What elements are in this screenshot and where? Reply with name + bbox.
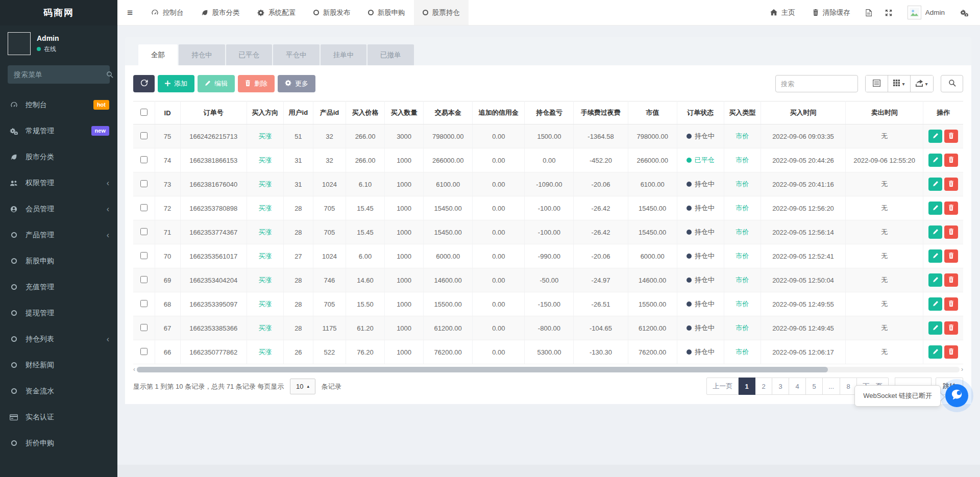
page-size-select[interactable]: 10▴ xyxy=(290,379,315,394)
row-edit-button[interactable] xyxy=(928,249,942,263)
tab-2[interactable]: 已平仓 xyxy=(226,44,273,65)
tab-1[interactable]: 持仓中 xyxy=(179,44,225,65)
topnav-item-0[interactable]: 控制台 xyxy=(142,0,192,25)
table-row[interactable]: 701662353561017买涨2710246.0010006000.000.… xyxy=(133,244,963,268)
row-delete-button[interactable] xyxy=(944,202,958,215)
topnav-item-3[interactable]: 新股发布 xyxy=(305,0,359,25)
sidebar-item-13[interactable]: 折价申购 xyxy=(0,430,117,456)
columns-button[interactable]: ▾ xyxy=(888,76,911,92)
sidebar-item-11[interactable]: 资金流水 xyxy=(0,378,117,404)
sidebar-item-9[interactable]: 持仓列表‹ xyxy=(0,326,117,352)
tab-4[interactable]: 挂单中 xyxy=(321,44,367,65)
tab-3[interactable]: 平仓中 xyxy=(273,44,320,65)
horizontal-scrollbar[interactable]: ‹ › xyxy=(133,366,963,373)
sidebar-item-10[interactable]: 财经新闻 xyxy=(0,352,117,378)
row-checkbox[interactable] xyxy=(140,252,148,259)
row-edit-button[interactable] xyxy=(928,202,942,215)
column-header[interactable]: 交易本金 xyxy=(424,102,473,124)
row-edit-button[interactable] xyxy=(928,297,942,311)
row-delete-button[interactable] xyxy=(944,154,958,167)
export-button[interactable]: ▾ xyxy=(911,76,933,92)
column-header[interactable]: 卖出时间 xyxy=(846,102,923,124)
fullscreen-button[interactable] xyxy=(878,0,899,25)
row-checkbox[interactable] xyxy=(140,348,148,355)
row-checkbox[interactable] xyxy=(140,180,148,187)
row-delete-button[interactable] xyxy=(944,178,958,191)
clear-cache-link[interactable]: 清除缓存 xyxy=(804,0,859,25)
settings-menu[interactable] xyxy=(953,0,975,25)
page-button-3[interactable]: 3 xyxy=(772,378,789,395)
row-delete-button[interactable] xyxy=(944,225,958,239)
table-row[interactable]: 671662353385366买涨28117561.20100061200.00… xyxy=(133,316,963,340)
column-header[interactable]: 市值 xyxy=(628,102,677,124)
column-header[interactable]: 订单号 xyxy=(180,102,247,124)
sidebar-item-1[interactable]: 常规管理new xyxy=(0,118,117,144)
row-checkbox[interactable] xyxy=(140,132,148,139)
hamburger-icon[interactable]: ≡ xyxy=(117,0,142,25)
refresh-button[interactable] xyxy=(133,75,155,92)
search-button[interactable] xyxy=(941,75,963,92)
sidebar-item-6[interactable]: 新股申购 xyxy=(0,248,117,274)
table-row[interactable]: 721662353780898买涨2870515.45100015450.000… xyxy=(133,196,963,220)
table-row[interactable]: 741662381866153买涨3132266.001000266000.00… xyxy=(133,148,963,172)
column-header[interactable]: 产品id xyxy=(313,102,346,124)
topnav-item-1[interactable]: 股市分类 xyxy=(192,0,249,25)
prev-page-button[interactable]: 上一页 xyxy=(706,378,739,395)
column-header[interactable]: 买入数量 xyxy=(385,102,424,124)
more-button[interactable]: 更多 xyxy=(278,75,315,92)
brand-logo[interactable]: 码商网 xyxy=(0,0,117,26)
page-button-...[interactable]: ... xyxy=(823,378,840,395)
row-edit-button[interactable] xyxy=(928,273,942,287)
column-header[interactable]: 用户id xyxy=(283,102,313,124)
scrollbar-thumb[interactable] xyxy=(137,367,828,372)
table-row[interactable]: 751662426215713买涨5132266.003000798000.00… xyxy=(133,124,963,148)
column-header[interactable]: 买入价格 xyxy=(346,102,384,124)
row-checkbox[interactable] xyxy=(140,300,148,307)
tab-5[interactable]: 已撤单 xyxy=(368,44,414,65)
page-button-2[interactable]: 2 xyxy=(755,378,772,395)
sidebar-item-4[interactable]: 会员管理‹ xyxy=(0,196,117,222)
row-delete-button[interactable] xyxy=(944,130,958,143)
table-row[interactable]: 691662353404204买涨2874614.60100014600.000… xyxy=(133,268,963,292)
sidebar-search-input[interactable] xyxy=(14,70,106,79)
column-header[interactable]: ID xyxy=(155,102,180,124)
row-checkbox[interactable] xyxy=(140,276,148,283)
topnav-item-5[interactable]: 股票持仓 xyxy=(414,0,469,25)
sidebar-item-3[interactable]: 权限管理‹ xyxy=(0,170,117,196)
row-edit-button[interactable] xyxy=(928,178,942,191)
page-button-5[interactable]: 5 xyxy=(806,378,823,395)
topnav-item-2[interactable]: 系统配置 xyxy=(249,0,305,25)
column-header[interactable]: 订单状态 xyxy=(677,102,724,124)
table-row[interactable]: 661662350777862买涨2652276.20100076200.000… xyxy=(133,340,963,364)
page-button-1[interactable]: 1 xyxy=(739,378,755,395)
user-menu[interactable]: Admin xyxy=(899,0,953,25)
scrollbar-track[interactable] xyxy=(137,367,960,372)
row-checkbox[interactable] xyxy=(140,204,148,211)
row-delete-button[interactable] xyxy=(944,249,958,263)
sidebar-item-5[interactable]: 产品管理‹ xyxy=(0,222,117,248)
sidebar-item-2[interactable]: 股市分类 xyxy=(0,144,117,170)
table-search-input[interactable] xyxy=(775,75,858,92)
scroll-left-arrow-icon[interactable]: ‹ xyxy=(133,366,135,373)
tab-0[interactable]: 全部 xyxy=(138,44,178,65)
row-edit-button[interactable] xyxy=(928,154,942,167)
search-icon[interactable] xyxy=(106,71,113,78)
page-button-4[interactable]: 4 xyxy=(789,378,806,395)
edit-button[interactable]: 编辑 xyxy=(198,75,235,92)
row-edit-button[interactable] xyxy=(928,345,942,359)
row-delete-button[interactable] xyxy=(944,345,958,359)
log-button[interactable] xyxy=(859,0,878,25)
topnav-item-4[interactable]: 新股申购 xyxy=(359,0,414,25)
sidebar-item-7[interactable]: 充值管理 xyxy=(0,274,117,300)
row-delete-button[interactable] xyxy=(944,297,958,311)
row-delete-button[interactable] xyxy=(944,321,958,335)
table-row[interactable]: 731662381676040买涨3110246.1010006100.000.… xyxy=(133,172,963,196)
table-row[interactable]: 711662353774367买涨2870515.45100015450.000… xyxy=(133,220,963,244)
column-header[interactable]: 买入方向 xyxy=(247,102,283,124)
row-edit-button[interactable] xyxy=(928,130,942,143)
scroll-right-arrow-icon[interactable]: › xyxy=(961,366,963,373)
sidebar-item-8[interactable]: 提现管理 xyxy=(0,300,117,326)
column-header[interactable]: 持仓盈亏 xyxy=(525,102,574,124)
column-header[interactable]: 买入类型 xyxy=(724,102,761,124)
chat-bubble-button[interactable] xyxy=(945,384,968,407)
